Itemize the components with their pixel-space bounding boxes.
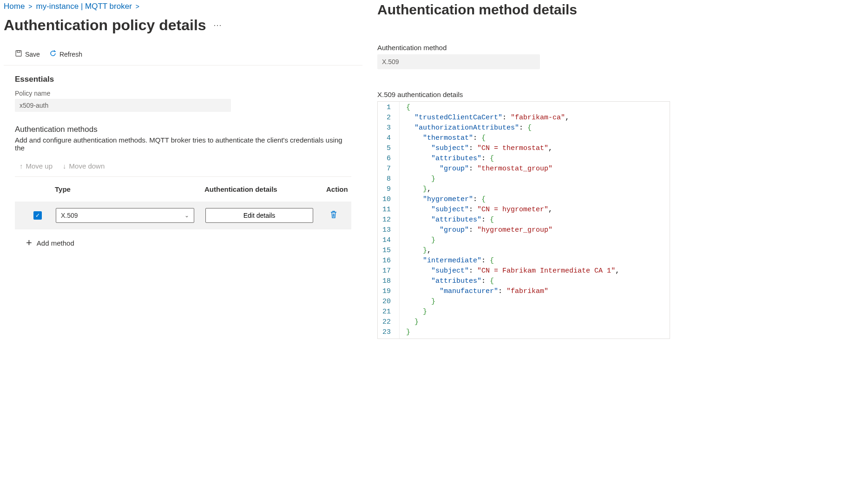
policy-name-label: Policy name [15, 90, 351, 97]
right-pane: Authentication method details Authentica… [362, 0, 868, 501]
delete-icon[interactable] [330, 210, 337, 221]
auth-method-field[interactable] [377, 54, 540, 69]
essentials-section: Essentials Policy name Authentication me… [4, 65, 362, 249]
right-panel-title: Authentication method details [377, 0, 868, 44]
col-auth-details: Authentication details [204, 185, 326, 193]
left-pane: Home > my-instance | MQTT broker > Authe… [0, 0, 362, 501]
refresh-button[interactable]: Refresh [49, 49, 82, 59]
add-method-label: Add method [37, 239, 74, 247]
toolbar: Save Refresh [4, 45, 362, 65]
breadcrumb-home[interactable]: Home [4, 2, 25, 11]
row-checkbox[interactable]: ✓ [33, 211, 42, 220]
arrow-up-icon: ↑ [20, 162, 23, 170]
auth-methods-title: Authentication methods [15, 125, 351, 134]
chevron-right-icon: > [28, 3, 32, 10]
more-menu-icon[interactable]: ··· [214, 20, 222, 30]
add-method-button[interactable]: + Add method [15, 229, 74, 249]
save-label: Save [25, 51, 40, 58]
x509-details-label: X.509 authentication details [377, 91, 868, 98]
table-row: ✓ X.509 ⌄ Edit details [15, 202, 351, 229]
arrow-down-icon: ↓ [63, 162, 66, 170]
policy-name-field[interactable] [15, 99, 231, 112]
chevron-right-icon: > [136, 3, 139, 10]
move-up-button[interactable]: ↑ Move up [20, 162, 53, 170]
edit-details-button[interactable]: Edit details [205, 208, 313, 223]
move-toolbar: ↑ Move up ↓ Move down [15, 160, 351, 177]
breadcrumb-instance[interactable]: my-instance | MQTT broker [36, 2, 132, 11]
chevron-down-icon: ⌄ [184, 212, 189, 219]
move-down-button[interactable]: ↓ Move down [63, 162, 105, 170]
code-content[interactable]: { "trustedClientCaCert": "fabrikam-ca", … [400, 102, 619, 338]
page-title-row: Authentication policy details ··· [4, 15, 362, 45]
svg-rect-1 [17, 51, 20, 52]
move-up-label: Move up [26, 162, 53, 170]
auth-methods-desc: Add and configure authentication methods… [15, 136, 351, 152]
page-title: Authentication policy details [4, 17, 206, 34]
essentials-title: Essentials [15, 75, 351, 84]
save-icon [15, 50, 22, 59]
refresh-icon [49, 50, 57, 59]
col-action: Action [326, 185, 351, 193]
type-select[interactable]: X.509 ⌄ [56, 208, 194, 223]
save-button[interactable]: Save [15, 49, 40, 59]
type-select-value: X.509 [61, 212, 78, 219]
code-gutter: 1 2 3 4 5 6 7 8 9 10 11 12 13 14 15 16 1… [378, 102, 400, 338]
methods-table-header: Type Authentication details Action [15, 177, 351, 202]
breadcrumb: Home > my-instance | MQTT broker > [4, 0, 362, 15]
refresh-label: Refresh [59, 51, 82, 58]
col-type: Type [55, 185, 204, 193]
svg-rect-0 [16, 51, 21, 56]
move-down-label: Move down [69, 162, 105, 170]
code-editor[interactable]: 1 2 3 4 5 6 7 8 9 10 11 12 13 14 15 16 1… [377, 101, 670, 339]
auth-method-label: Authentication method [377, 44, 868, 52]
plus-icon: + [26, 237, 32, 249]
